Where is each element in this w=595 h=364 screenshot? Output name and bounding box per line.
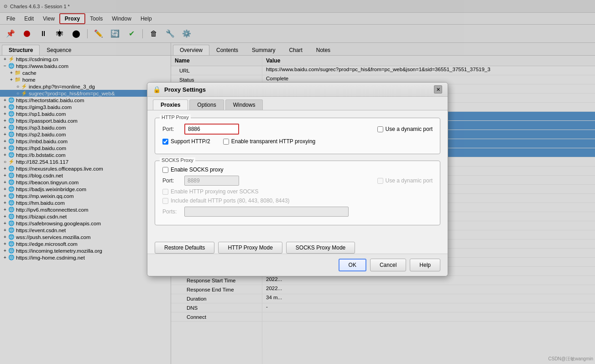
dialog-body: HTTP Proxy Port: Use a dynamic port Supp… bbox=[147, 110, 448, 239]
http-proxy-mode-button[interactable]: HTTP Proxy Mode bbox=[218, 242, 282, 254]
enable-transparent-label: Enable transparent HTTP proxying bbox=[223, 138, 316, 145]
dialog-mode-buttons: Restore Defaults HTTP Proxy Mode SOCKS P… bbox=[147, 239, 448, 254]
socks-proxy-section: SOCKS Proxy Enable SOCKS proxy Port: Use… bbox=[155, 161, 440, 225]
enable-socks-text: Enable SOCKS proxy bbox=[171, 166, 223, 173]
dialog-titlebar: 🔒 Proxy Settings ✕ bbox=[147, 83, 448, 97]
help-button[interactable]: Help bbox=[410, 259, 440, 271]
socks-proxy-title: SOCKS Proxy bbox=[160, 157, 195, 163]
http-options-row: Support HTTP/2 Enable transparent HTTP p… bbox=[162, 138, 433, 145]
proxy-settings-dialog: 🔒 Proxy Settings ✕ Proxies Options Windo… bbox=[147, 82, 448, 276]
use-dynamic-port-socks-text: Use a dynamic port bbox=[386, 177, 433, 184]
enable-http-over-socks-text: Enable HTTP proxying over SOCKS bbox=[171, 188, 259, 195]
dialog-title-text: Proxy Settings bbox=[164, 86, 206, 93]
proxy-icon: 🔒 bbox=[153, 86, 161, 93]
use-dynamic-port-http-label: Use a dynamic port bbox=[377, 126, 433, 132]
socks-ports-row: Ports: bbox=[162, 207, 433, 217]
restore-defaults-button[interactable]: Restore Defaults bbox=[155, 242, 214, 254]
support-http2-label: Support HTTP/2 bbox=[162, 138, 210, 145]
enable-transparent-text: Enable transparent HTTP proxying bbox=[231, 138, 316, 145]
include-default-ports-text: Include default HTTP ports (80, 443, 808… bbox=[171, 198, 290, 204]
use-dynamic-port-http-text: Use a dynamic port bbox=[386, 126, 433, 132]
dialog-tabs: Proxies Options Windows bbox=[147, 97, 448, 110]
enable-socks-label: Enable SOCKS proxy bbox=[162, 166, 223, 173]
use-dynamic-port-socks-checkbox[interactable] bbox=[377, 178, 383, 184]
http-port-input[interactable] bbox=[184, 124, 239, 135]
enable-http-over-socks-checkbox[interactable] bbox=[162, 189, 168, 195]
watermark: CSDN@汪敏wangmin bbox=[548, 356, 593, 362]
socks-port-input[interactable] bbox=[184, 176, 239, 186]
socks-enable-row: Enable SOCKS proxy bbox=[162, 166, 433, 173]
enable-transparent-checkbox[interactable] bbox=[223, 139, 229, 145]
socks-port-label: Port: bbox=[162, 177, 181, 184]
dialog-close-button[interactable]: ✕ bbox=[434, 85, 442, 94]
http-port-row: Port: Use a dynamic port bbox=[162, 124, 433, 135]
use-dynamic-port-http-checkbox[interactable] bbox=[377, 126, 383, 132]
http-proxy-title: HTTP Proxy bbox=[160, 114, 191, 120]
socks-include-ports-row: Include default HTTP ports (80, 443, 808… bbox=[162, 198, 433, 204]
cancel-button[interactable]: Cancel bbox=[370, 259, 406, 271]
dialog-title: 🔒 Proxy Settings bbox=[153, 86, 206, 93]
enable-socks-checkbox[interactable] bbox=[162, 167, 168, 173]
dialog-tab-options[interactable]: Options bbox=[189, 99, 224, 110]
enable-http-over-socks-label: Enable HTTP proxying over SOCKS bbox=[162, 188, 259, 195]
include-default-ports-checkbox[interactable] bbox=[162, 198, 168, 204]
dialog-footer: OK Cancel Help bbox=[147, 254, 448, 276]
include-default-ports-label: Include default HTTP ports (80, 443, 808… bbox=[162, 198, 290, 204]
dialog-tab-proxies[interactable]: Proxies bbox=[153, 99, 188, 110]
http-port-label: Port: bbox=[162, 126, 181, 132]
http-proxy-section: HTTP Proxy Port: Use a dynamic port Supp… bbox=[155, 118, 440, 154]
socks-ports-input[interactable] bbox=[184, 207, 349, 217]
use-dynamic-port-socks-label: Use a dynamic port bbox=[377, 177, 433, 184]
socks-ports-label: Ports: bbox=[162, 208, 181, 215]
socks-proxy-mode-button[interactable]: SOCKS Proxy Mode bbox=[286, 242, 355, 254]
ok-button[interactable]: OK bbox=[339, 259, 366, 271]
socks-port-row: Port: Use a dynamic port bbox=[162, 176, 433, 186]
support-http2-checkbox[interactable] bbox=[162, 139, 168, 145]
dialog-tab-windows[interactable]: Windows bbox=[225, 99, 263, 110]
socks-enable-http-row: Enable HTTP proxying over SOCKS bbox=[162, 188, 433, 195]
dialog-overlay: 🔒 Proxy Settings ✕ Proxies Options Windo… bbox=[0, 0, 595, 364]
support-http2-text: Support HTTP/2 bbox=[171, 138, 210, 145]
